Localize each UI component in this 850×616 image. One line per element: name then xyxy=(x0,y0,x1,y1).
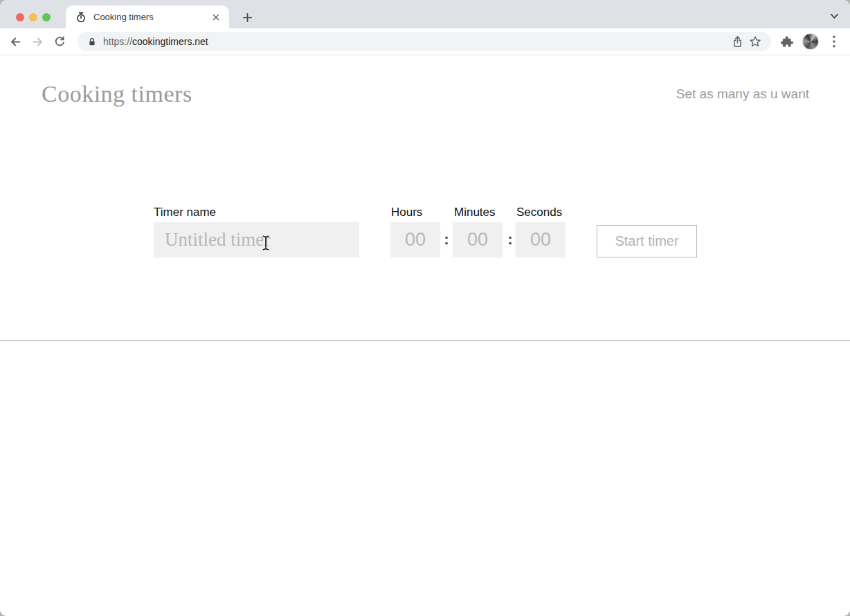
browser-menu-button[interactable] xyxy=(825,33,843,51)
tab-title: Cooking timers xyxy=(93,12,210,22)
arrow-left-icon xyxy=(9,35,22,48)
stopwatch-favicon-icon xyxy=(75,12,87,23)
url-text: https://cookingtimers.net xyxy=(103,36,728,47)
url-scheme: https:// xyxy=(103,36,132,47)
lock-icon[interactable] xyxy=(85,35,99,48)
arrow-right-icon xyxy=(31,35,44,48)
content-divider xyxy=(0,340,850,341)
browser-toolbar: https://cookingtimers.net xyxy=(0,28,850,55)
timer-name-label: Timer name xyxy=(154,206,216,219)
hours-label: Hours xyxy=(391,206,422,219)
toolbar-right-group xyxy=(778,33,843,51)
time-separator: : xyxy=(441,222,452,257)
chevron-down-icon xyxy=(829,12,840,20)
share-icon xyxy=(732,35,743,48)
reload-icon xyxy=(53,35,66,48)
traffic-lights xyxy=(16,13,51,21)
seconds-input[interactable] xyxy=(516,222,566,257)
address-bar[interactable]: https://cookingtimers.net xyxy=(78,32,771,51)
plus-icon xyxy=(242,12,253,24)
timer-form: Timer name Hours : Minutes : Seconds Sta… xyxy=(0,55,850,616)
start-timer-button[interactable]: Start timer xyxy=(597,225,697,257)
zoom-window-button[interactable] xyxy=(42,13,51,21)
close-tab-icon[interactable] xyxy=(210,11,222,24)
new-tab-button[interactable] xyxy=(239,9,255,26)
timer-name-input[interactable] xyxy=(154,222,359,257)
puzzle-piece-icon xyxy=(781,35,794,48)
close-window-button[interactable] xyxy=(16,13,24,21)
minutes-label: Minutes xyxy=(454,206,496,219)
tab-cooking-timers[interactable]: Cooking timers xyxy=(66,6,229,28)
minutes-input[interactable] xyxy=(453,222,503,257)
extensions-button[interactable] xyxy=(778,33,796,51)
page-content: Cooking timers Set as many as u want Tim… xyxy=(0,55,850,616)
share-button[interactable] xyxy=(728,33,746,51)
hours-input[interactable] xyxy=(390,222,440,257)
minimize-window-button[interactable] xyxy=(29,13,37,21)
time-separator: : xyxy=(505,222,516,257)
url-host: cookingtimers.net xyxy=(132,36,208,47)
tab-strip: Cooking timers xyxy=(0,0,850,28)
back-button[interactable] xyxy=(6,32,25,51)
seconds-label: Seconds xyxy=(516,206,562,219)
tab-overview-button[interactable] xyxy=(826,10,842,22)
bookmark-button[interactable] xyxy=(746,33,764,51)
profile-avatar[interactable] xyxy=(802,33,819,50)
kebab-menu-icon xyxy=(833,35,835,48)
forward-button[interactable] xyxy=(28,32,47,51)
reload-button[interactable] xyxy=(50,32,69,51)
browser-window: Cooking timers xyxy=(0,0,850,616)
star-outline-icon xyxy=(749,35,761,48)
